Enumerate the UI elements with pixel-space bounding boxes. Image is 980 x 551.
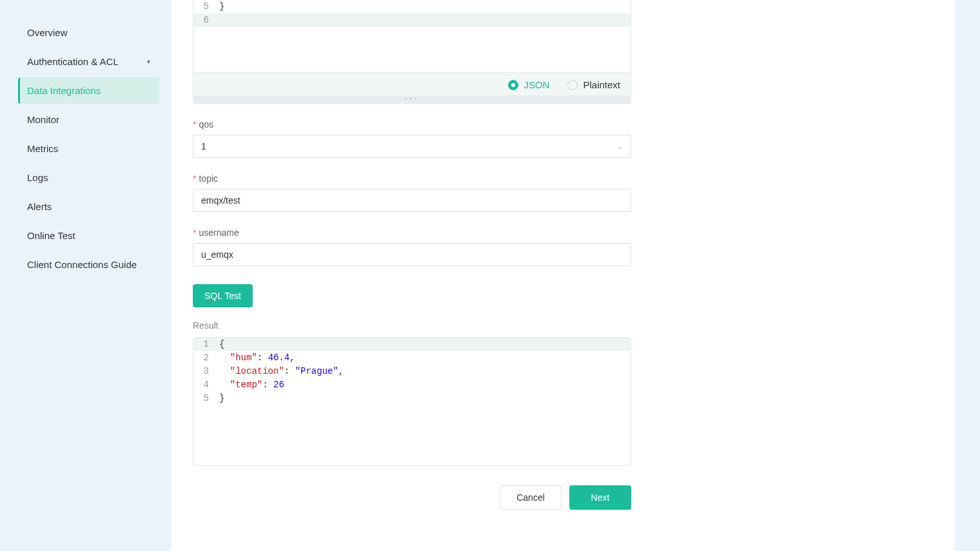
sidebar-item-label: Data Integrations (27, 85, 101, 96)
result-code-viewer[interactable]: 1{2 "hum": 46.4,3 "location": "Prague",4… (193, 337, 631, 466)
line-content: "location": "Prague", (215, 365, 631, 378)
line-content: } (215, 392, 631, 405)
sidebar-item-label: Logs (27, 172, 48, 183)
sidebar-item-client-connections-guide[interactable]: Client Connections Guide (18, 251, 159, 278)
line-number: 3 (193, 365, 215, 378)
code-line: 2 "hum": 46.4, (193, 351, 631, 365)
line-number: 5 (193, 0, 215, 14)
code-line: 5} (193, 0, 631, 14)
sidebar-item-auth-acl[interactable]: Authentication & ACL▾ (18, 48, 159, 75)
sidebar-item-label: Client Connections Guide (27, 259, 137, 270)
resize-handle[interactable]: ··· (193, 95, 631, 103)
sidebar-item-online-test[interactable]: Online Test (18, 222, 159, 249)
chevron-down-icon: ⌄ (616, 142, 623, 151)
sidebar-item-alerts[interactable]: Alerts (18, 193, 159, 220)
line-number: 5 (193, 392, 215, 405)
topic-input[interactable] (193, 189, 631, 212)
chevron-down-icon: ▾ (147, 58, 150, 65)
code-line: 3 "location": "Prague", (193, 365, 631, 378)
field-qos: *qos 1 ⌄ (193, 119, 631, 158)
line-content: "hum": 46.4, (215, 351, 631, 365)
line-content (215, 14, 631, 27)
code-line: 4 "temp": 26 (193, 378, 631, 392)
qos-value: 1 (201, 141, 206, 151)
format-plaintext-label: Plaintext (583, 79, 620, 90)
line-number: 6 (193, 14, 215, 27)
field-topic: *topic (193, 173, 631, 212)
sidebar-item-label: Monitor (27, 114, 59, 125)
sidebar-item-data-integrations[interactable]: Data Integrations (18, 77, 159, 104)
sidebar-item-label: Authentication & ACL (27, 56, 119, 67)
username-label: *username (193, 227, 631, 238)
line-number: 1 (193, 338, 215, 351)
line-content: "temp": 26 (215, 378, 631, 392)
main-content: 5}6 JSON Plaintext ··· *qos 1 ⌄ (171, 0, 954, 551)
sidebar-item-label: Online Test (27, 230, 75, 241)
format-json-label: JSON (524, 79, 549, 90)
radio-dot-icon (508, 80, 518, 90)
qos-select[interactable]: 1 ⌄ (193, 135, 631, 158)
field-username: *username (193, 227, 631, 266)
next-button[interactable]: Next (569, 485, 631, 510)
cancel-button[interactable]: Cancel (500, 485, 562, 510)
format-json-radio[interactable]: JSON (508, 79, 549, 90)
line-content: } (215, 0, 631, 14)
footer-buttons: Cancel Next (193, 485, 631, 510)
radio-dot-icon (567, 80, 578, 90)
qos-label: *qos (193, 119, 631, 130)
sidebar-item-logs[interactable]: Logs (18, 164, 159, 191)
line-number: 4 (193, 378, 215, 392)
sidebar-item-overview[interactable]: Overview (18, 19, 159, 46)
sidebar-item-label: Metrics (27, 143, 58, 154)
format-plaintext-radio[interactable]: Plaintext (567, 79, 620, 90)
sidebar: OverviewAuthentication & ACL▾Data Integr… (0, 0, 171, 551)
line-number: 2 (193, 351, 215, 365)
line-content: { (215, 338, 631, 351)
sql-test-button[interactable]: SQL Test (193, 284, 253, 307)
result-label: Result (193, 320, 631, 331)
sidebar-item-label: Overview (27, 27, 68, 38)
code-line: 1{ (193, 338, 631, 351)
payload-code-editor[interactable]: 5}6 JSON Plaintext ··· (193, 0, 631, 104)
sidebar-item-monitor[interactable]: Monitor (18, 106, 159, 133)
code-line: 5} (193, 392, 631, 405)
sidebar-item-label: Alerts (27, 201, 52, 212)
code-line: 6 (193, 14, 631, 27)
username-input[interactable] (193, 243, 631, 266)
topic-label: *topic (193, 173, 631, 184)
sidebar-item-metrics[interactable]: Metrics (18, 135, 159, 162)
format-bar: JSON Plaintext (193, 72, 631, 95)
